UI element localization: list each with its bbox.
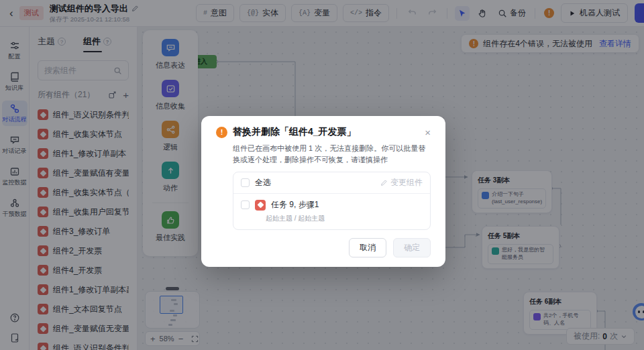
- component-icon: [255, 200, 266, 211]
- item-checkbox[interactable]: [241, 200, 250, 209]
- change-component-button[interactable]: 变更组件: [380, 177, 423, 188]
- modal-description: 组件已在画布中被使用 1 次，无法直接删除。你可以批量替换或逐个处理，删除操作不…: [233, 143, 431, 166]
- cancel-button[interactable]: 取消: [349, 238, 386, 257]
- modal-title: 替换并删除「组件4_开发票」: [233, 126, 356, 138]
- usage-list-box: 全选 变更组件 任务 9, 步骤1 起始主题 / 起始主题: [233, 172, 431, 230]
- pencil-icon: [380, 179, 388, 186]
- usage-list-item[interactable]: 任务 9, 步骤1 起始主题 / 起始主题: [233, 194, 430, 229]
- app-root: ‹ 测试 测试组件的导入导出 保存于 2025-10-21 12:10:58 #…: [0, 0, 644, 350]
- close-icon[interactable]: ×: [425, 127, 431, 137]
- replace-delete-modal: ! 替换并删除「组件4_开发票」 × 组件已在画布中被使用 1 次，无法直接删除…: [201, 116, 445, 267]
- warning-icon: !: [216, 127, 227, 138]
- select-all-label: 全选: [255, 177, 271, 188]
- usage-item-title: 任务 9, 步骤1: [271, 199, 319, 211]
- usage-item-path: 起始主题 / 起始主题: [266, 214, 423, 223]
- confirm-button[interactable]: 确定: [393, 238, 431, 257]
- select-all-checkbox[interactable]: [241, 178, 250, 187]
- change-component-label: 变更组件: [390, 177, 423, 188]
